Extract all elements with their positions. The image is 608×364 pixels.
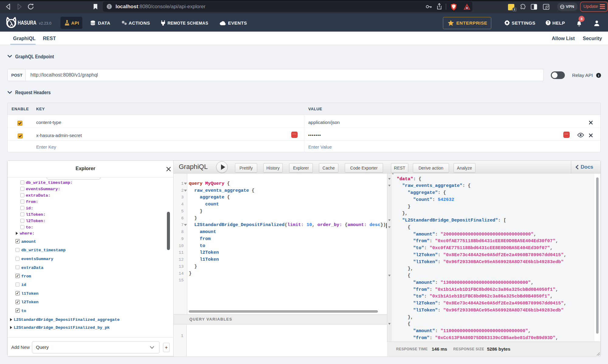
svg-text:?: ? <box>547 21 549 25</box>
